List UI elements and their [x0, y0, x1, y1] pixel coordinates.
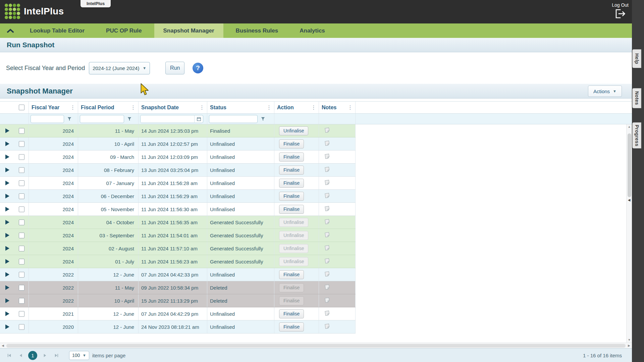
row-checkbox[interactable]	[19, 154, 24, 160]
run-button[interactable]: Run	[165, 62, 184, 74]
side-panel-tab[interactable]: Help	[632, 49, 641, 68]
expand-row-icon[interactable]	[5, 285, 9, 290]
prev-page-button[interactable]	[16, 351, 25, 360]
expand-row-icon[interactable]	[5, 220, 9, 225]
first-page-button[interactable]	[5, 351, 13, 360]
current-page[interactable]: 1	[28, 351, 37, 360]
scroll-left-icon[interactable]: ◀	[0, 344, 6, 347]
nav-tab[interactable]: Snapshot Manager	[154, 23, 223, 38]
action-button[interactable]: Finalise	[279, 296, 304, 305]
note-icon[interactable]	[324, 127, 330, 134]
status-filter-input[interactable]	[209, 115, 258, 123]
action-button[interactable]: Finalise	[279, 322, 304, 331]
action-button[interactable]: Unfinalise	[279, 126, 308, 135]
note-icon[interactable]	[324, 153, 330, 161]
row-checkbox[interactable]	[19, 128, 24, 134]
note-icon[interactable]	[324, 219, 330, 226]
note-icon[interactable]	[324, 258, 330, 265]
vertical-scroll-thumb[interactable]	[628, 133, 631, 197]
filter-icon[interactable]	[65, 115, 74, 123]
note-icon[interactable]	[324, 166, 330, 174]
note-icon[interactable]	[324, 245, 330, 252]
scroll-down-icon[interactable]: ▼	[628, 338, 631, 343]
chevron-up-icon[interactable]	[0, 23, 21, 38]
filter-icon[interactable]	[125, 115, 134, 123]
fiscal-period-select[interactable]: 2024-12 (June 2024) ▼	[89, 62, 150, 74]
action-button[interactable]: Finalise	[279, 153, 304, 162]
horizontal-scroll-thumb[interactable]	[6, 344, 626, 348]
expand-row-icon[interactable]	[5, 181, 9, 185]
nav-tab[interactable]: Lookup Table Editor	[21, 23, 94, 38]
last-page-button[interactable]	[52, 351, 61, 360]
fiscal-period-filter-input[interactable]	[80, 115, 124, 123]
row-checkbox[interactable]	[19, 272, 24, 278]
action-button[interactable]: Finalise	[279, 166, 304, 175]
filter-icon[interactable]	[259, 115, 267, 123]
column-menu-icon[interactable]: ⋮	[70, 104, 78, 111]
action-button[interactable]: Finalise	[279, 192, 304, 201]
collapse-panel-icon[interactable]: ◀	[627, 196, 631, 203]
column-menu-icon[interactable]: ⋮	[130, 104, 138, 111]
note-icon[interactable]	[324, 310, 330, 317]
window-tab[interactable]: IntelPlus	[80, 0, 111, 7]
column-menu-icon[interactable]: ⋮	[311, 104, 319, 111]
row-checkbox[interactable]	[19, 141, 24, 147]
row-checkbox[interactable]	[19, 259, 24, 264]
expand-row-icon[interactable]	[5, 311, 9, 316]
select-all-checkbox[interactable]	[19, 105, 24, 110]
snapshot-date-filter-input[interactable]	[141, 116, 194, 122]
page-size-select[interactable]: 100 ▼	[69, 351, 89, 360]
row-checkbox[interactable]	[19, 246, 24, 251]
nav-tab[interactable]: Analytics	[290, 23, 334, 38]
action-button[interactable]: Finalise	[279, 179, 304, 188]
action-button[interactable]: Unfinalise	[279, 218, 308, 227]
action-button[interactable]: Finalise	[279, 139, 304, 148]
expand-row-icon[interactable]	[5, 246, 9, 251]
row-checkbox[interactable]	[19, 220, 24, 225]
row-checkbox[interactable]	[19, 193, 24, 199]
expand-row-icon[interactable]	[5, 207, 9, 212]
row-checkbox[interactable]	[19, 233, 24, 238]
logout-button[interactable]: Log Out	[612, 2, 629, 19]
row-checkbox[interactable]	[19, 167, 24, 173]
note-icon[interactable]	[324, 323, 330, 330]
note-icon[interactable]	[324, 140, 330, 147]
action-button[interactable]: Unfinalise	[279, 231, 308, 240]
row-checkbox[interactable]	[19, 285, 24, 291]
expand-row-icon[interactable]	[5, 194, 9, 198]
column-menu-icon[interactable]: ⋮	[199, 104, 207, 111]
note-icon[interactable]	[324, 297, 330, 304]
note-icon[interactable]	[324, 179, 330, 187]
expand-row-icon[interactable]	[5, 233, 9, 238]
action-button[interactable]: Unfinalise	[279, 244, 308, 253]
side-panel-tab[interactable]: Progress	[632, 122, 641, 148]
scroll-right-icon[interactable]: ▶	[626, 344, 632, 347]
horizontal-scrollbar[interactable]: ◀ ▶	[0, 343, 632, 348]
note-icon[interactable]	[324, 284, 330, 291]
expand-row-icon[interactable]	[5, 272, 9, 277]
column-menu-icon[interactable]: ⋮	[266, 104, 274, 111]
row-checkbox[interactable]	[19, 180, 24, 186]
expand-row-icon[interactable]	[5, 298, 9, 303]
note-icon[interactable]	[324, 271, 330, 278]
column-menu-icon[interactable]: ⋮	[347, 104, 355, 111]
fiscal-year-filter-input[interactable]	[31, 115, 64, 123]
scroll-up-icon[interactable]: ▲	[628, 124, 631, 129]
side-panel-tab[interactable]: Notes	[632, 88, 641, 108]
nav-tab[interactable]: Business Rules	[227, 23, 287, 38]
expand-row-icon[interactable]	[5, 324, 9, 329]
next-page-button[interactable]	[40, 351, 49, 360]
action-button[interactable]: Finalise	[279, 270, 304, 279]
action-button[interactable]: Finalise	[279, 205, 304, 214]
help-icon[interactable]: ?	[193, 63, 203, 73]
row-checkbox[interactable]	[19, 206, 24, 212]
action-button[interactable]: Finalise	[279, 283, 304, 292]
expand-row-icon[interactable]	[5, 155, 9, 159]
row-checkbox[interactable]	[19, 298, 24, 304]
note-icon[interactable]	[324, 192, 330, 200]
action-button[interactable]: Unfinalise	[279, 257, 308, 266]
actions-button[interactable]: Actions ▼	[588, 85, 622, 97]
nav-tab[interactable]: PUC OP Rule	[97, 23, 151, 38]
expand-row-icon[interactable]	[5, 259, 9, 264]
expand-row-icon[interactable]	[5, 128, 9, 133]
